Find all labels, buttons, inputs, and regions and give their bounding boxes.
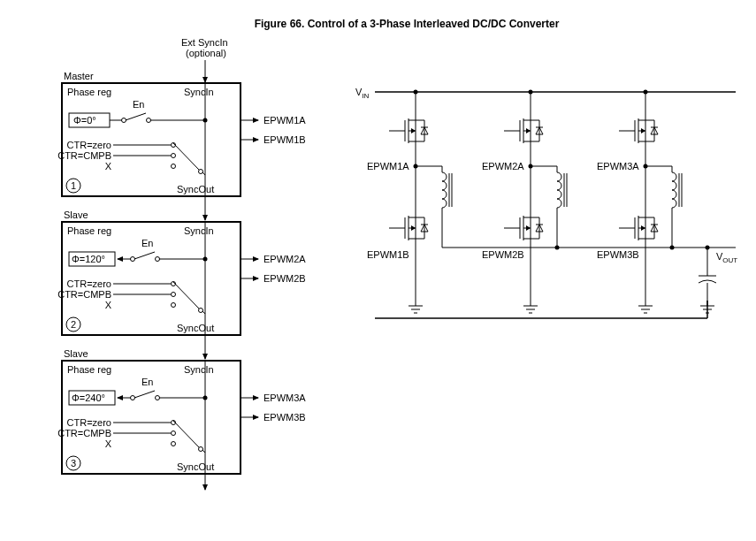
module-2-index: 2 (71, 319, 76, 330)
svg-point-55 (156, 396, 160, 400)
module-1-syncin-label: SyncIn (184, 87, 214, 97)
module-1-phi: Φ=0° (73, 115, 96, 126)
module-2-ctr-zero: CTR=zero (67, 278, 111, 289)
module-1-outB: EPWM1B (263, 134, 306, 145)
inductor-icon (644, 164, 683, 248)
module-1-en: En (133, 99, 144, 110)
vout-label: VOUT (716, 251, 737, 264)
module-2-outB: EPWM2B (263, 273, 306, 284)
module-1-index: 1 (71, 180, 76, 191)
svg-point-31 (156, 257, 160, 262)
svg-point-182 (670, 246, 675, 250)
module-2: Slave Phase reg SyncIn Φ=120° En CTR=zer… (57, 210, 306, 359)
module-1-ctr-cmpb: CTR=CMPB (57, 150, 111, 161)
svg-point-12 (172, 154, 176, 158)
svg-point-63 (199, 447, 203, 452)
module-3-outA: EPWM3A (263, 392, 306, 403)
svg-point-13 (172, 164, 176, 169)
module-3-ctr-cmpb: CTR=CMPB (57, 428, 111, 438)
vin-label: VIN (355, 87, 370, 100)
svg-point-60 (172, 431, 176, 436)
module-2-syncin-label: SyncIn (184, 225, 214, 236)
svg-line-62 (173, 421, 199, 447)
figure-title: Figure 66. Control of a 3-Phase Interlea… (159, 18, 654, 30)
svg-line-14 (173, 143, 199, 170)
svg-line-6 (126, 113, 146, 120)
svg-point-53 (131, 396, 135, 400)
svg-point-7 (147, 118, 151, 123)
svg-point-61 (172, 442, 176, 446)
module-3: Slave Phase reg SyncIn Φ=240° En CTR=zer… (57, 348, 306, 490)
module-2-en: En (141, 238, 153, 248)
module-2-outA: EPWM2A (263, 254, 306, 264)
svg-line-30 (134, 252, 155, 259)
module-1-outA: EPWM1A (263, 115, 306, 126)
svg-point-39 (199, 309, 203, 313)
ground-icon (523, 301, 538, 313)
svg-line-38 (173, 282, 199, 309)
module-3-en: En (141, 377, 153, 387)
inductor-icon (529, 164, 568, 248)
mosfet-icon (504, 210, 543, 246)
mosfet-icon (389, 113, 428, 149)
module-3-outB: EPWM3B (263, 412, 306, 423)
module-2-syncout-label: SyncOut (177, 323, 214, 333)
mosfet-icon (619, 113, 658, 149)
svg-point-181 (555, 246, 560, 250)
module-2-phi: Φ=120° (72, 254, 105, 264)
module-1: Master Phase reg SyncIn Φ=0° En CTR=zero… (57, 71, 306, 220)
mosfet-icon (389, 210, 428, 246)
leg3-B-label: EPWM3B (597, 249, 639, 260)
module-3-ctr-zero: CTR=zero (67, 417, 111, 428)
module-3-x: X (105, 438, 112, 449)
module-3-role: Slave (64, 348, 88, 359)
module-1-x: X (105, 161, 112, 171)
module-1-ctr-zero: CTR=zero (67, 140, 111, 150)
module-2-role: Slave (64, 210, 88, 220)
module-3-syncout-label: SyncOut (177, 461, 214, 472)
svg-point-15 (199, 170, 203, 174)
svg-line-54 (134, 391, 155, 398)
module-1-syncout-label: SyncOut (177, 184, 214, 194)
module-1-role: Master (64, 71, 94, 81)
leg2-B-label: EPWM2B (482, 249, 524, 260)
module-2-phase-reg: Phase reg (67, 225, 111, 236)
ground-icon (409, 301, 423, 313)
leg1-B-label: EPWM1B (367, 249, 409, 260)
svg-point-36 (172, 293, 176, 297)
module-2-ctr-cmpb: CTR=CMPB (57, 289, 111, 300)
leg1-A-label: EPWM1A (367, 161, 409, 171)
svg-point-159 (644, 164, 648, 169)
leg2-A-label: EPWM2A (482, 161, 524, 171)
module-3-phase-reg: Phase reg (67, 364, 111, 375)
module-3-syncin-label: SyncIn (184, 364, 214, 375)
ext-syncin-label-2: (optional) (186, 48, 226, 58)
svg-point-5 (122, 118, 126, 123)
leg3-A-label: EPWM3A (597, 161, 639, 171)
svg-point-29 (131, 257, 135, 262)
svg-point-37 (172, 303, 176, 308)
module-2-x: X (105, 300, 112, 310)
mosfet-icon (504, 113, 543, 149)
svg-point-124 (529, 164, 533, 169)
diagram-svg: Ext SyncIn (optional) Master Phase reg S… (18, 35, 743, 539)
ground-icon (638, 301, 653, 313)
inductor-icon (414, 164, 453, 248)
svg-point-89 (414, 164, 418, 169)
ext-syncin-label-1: Ext SyncIn (181, 37, 228, 48)
module-1-phase-reg: Phase reg (67, 87, 111, 97)
module-3-phi: Φ=240° (72, 392, 105, 403)
converter-circuit: VIN (355, 87, 737, 318)
mosfet-icon (619, 210, 658, 246)
module-3-index: 3 (71, 458, 76, 469)
